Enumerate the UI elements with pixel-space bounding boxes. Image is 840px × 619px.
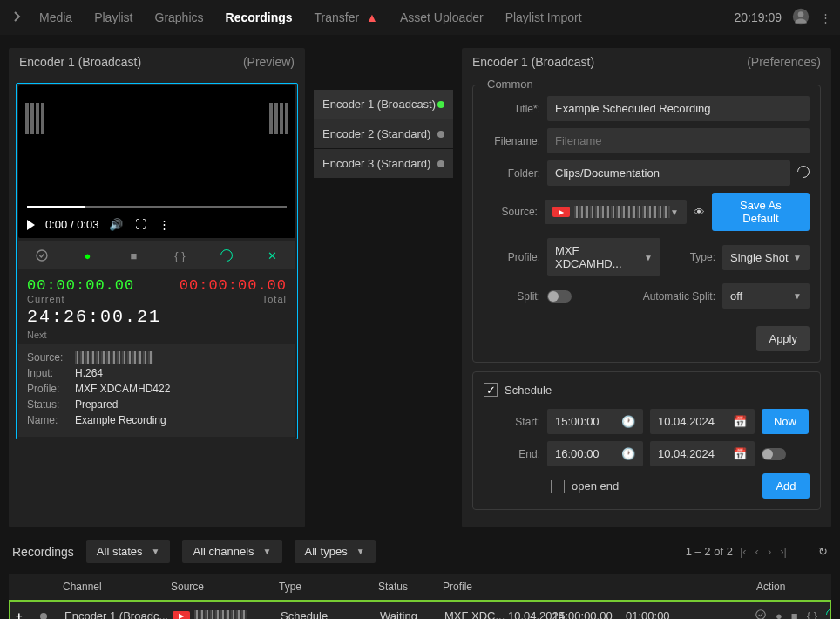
cell-status: Waiting bbox=[380, 609, 441, 619]
title-label: Title*: bbox=[484, 103, 540, 115]
tc-out: 00:00:00.00 bbox=[180, 277, 287, 294]
cell-source: ▶ bbox=[173, 610, 277, 620]
info-profile-label: Profile: bbox=[27, 383, 75, 395]
eye-icon[interactable]: 👁 bbox=[694, 206, 705, 219]
video-progress[interactable] bbox=[27, 206, 287, 208]
profile-dropdown[interactable]: MXF XDCAMHD...▼ bbox=[547, 238, 660, 276]
stop-icon[interactable]: ■ bbox=[111, 241, 157, 269]
svg-point-2 bbox=[37, 250, 47, 261]
restore-icon[interactable] bbox=[797, 166, 810, 180]
record-icon[interactable]: ● bbox=[776, 609, 782, 619]
filename-input[interactable] bbox=[547, 128, 810, 153]
add-button[interactable]: Add bbox=[762, 473, 810, 499]
tab-asset-uploader[interactable]: Asset Uploader bbox=[400, 3, 484, 31]
pager-next-icon[interactable]: › bbox=[766, 543, 773, 560]
pager-prev-icon[interactable]: ‹ bbox=[754, 543, 761, 560]
info-status-value: Prepared bbox=[75, 398, 118, 411]
split-label: Split: bbox=[484, 290, 540, 303]
video-player[interactable]: 0:00 / 0:03 🔊 ⛶ ⋮ bbox=[18, 85, 295, 238]
clock: 20:19:09 bbox=[735, 10, 782, 24]
openend-checkbox[interactable] bbox=[551, 480, 565, 493]
menu-dots-icon[interactable]: ⋮ bbox=[820, 11, 831, 24]
filter-channels[interactable]: All channels▼ bbox=[182, 540, 281, 563]
preferences-panel: Encoder 1 (Broadcast) (Preferences) Comm… bbox=[462, 48, 831, 527]
cell-channel: Encoder 1 (Broadc... bbox=[64, 609, 169, 619]
split-toggle[interactable] bbox=[547, 290, 572, 303]
record-icon[interactable]: ● bbox=[64, 241, 111, 269]
info-status-label: Status: bbox=[27, 398, 75, 411]
preview-panel: Encoder 1 (Broadcast) (Preview) 0:00 / 0… bbox=[9, 48, 305, 527]
table-row[interactable]: + Encoder 1 (Broadc... ▶ Schedule Waitin… bbox=[9, 600, 831, 619]
calendar-icon: 📅 bbox=[733, 415, 747, 428]
tab-media[interactable]: Media bbox=[39, 3, 72, 31]
type-dropdown[interactable]: Single Shot▼ bbox=[722, 245, 810, 270]
encoder-item-3[interactable]: Encoder 3 (Standard) bbox=[314, 149, 453, 178]
pager-first-icon[interactable]: |‹ bbox=[738, 543, 749, 560]
clock-icon: 🕐 bbox=[621, 415, 635, 428]
status-dot-icon bbox=[40, 613, 47, 620]
schedule-checkbox[interactable] bbox=[484, 383, 498, 397]
check-icon[interactable] bbox=[18, 241, 64, 269]
encoder-item-2[interactable]: Encoder 2 (Standard) bbox=[314, 119, 453, 148]
apply-button[interactable]: Apply bbox=[756, 326, 810, 351]
start-date-input[interactable]: 10.04.2024📅 bbox=[650, 409, 755, 434]
restart-icon[interactable] bbox=[826, 609, 831, 619]
alert-icon: ▲ bbox=[366, 10, 378, 24]
tab-recordings[interactable]: Recordings bbox=[226, 3, 293, 31]
schedule-legend: Schedule bbox=[505, 384, 552, 397]
volume-icon[interactable]: 🔊 bbox=[109, 218, 123, 231]
svg-point-3 bbox=[756, 610, 766, 619]
restart-icon[interactable] bbox=[203, 241, 249, 269]
status-dot-icon bbox=[437, 160, 444, 167]
filter-states[interactable]: All states▼ bbox=[86, 540, 171, 563]
tab-transfer[interactable]: Transfer ▲ bbox=[315, 3, 378, 31]
info-source-value bbox=[75, 351, 153, 364]
check-icon[interactable] bbox=[755, 609, 767, 619]
user-icon[interactable] bbox=[792, 8, 810, 28]
tc-current: 24:26:00.21 bbox=[27, 307, 287, 327]
close-icon[interactable]: ✕ bbox=[249, 241, 295, 269]
filter-types[interactable]: All types▼ bbox=[295, 540, 376, 563]
fullscreen-icon[interactable]: ⛶ bbox=[135, 218, 146, 231]
start-time-input[interactable]: 15:00:00🕐 bbox=[547, 409, 643, 434]
title-input[interactable] bbox=[547, 96, 810, 121]
save-default-button[interactable]: Save As Default bbox=[712, 193, 810, 231]
preview-title: Encoder 1 (Broadcast) bbox=[19, 55, 141, 69]
braces-icon[interactable]: { } bbox=[807, 609, 817, 619]
folder-input[interactable] bbox=[547, 160, 790, 186]
recordings-title: Recordings bbox=[12, 545, 74, 559]
svg-point-1 bbox=[798, 11, 804, 17]
end-time-input[interactable]: 16:00:00🕐 bbox=[547, 441, 643, 466]
tab-playlist[interactable]: Playlist bbox=[94, 3, 132, 31]
prefs-sub: (Preferences) bbox=[747, 55, 821, 69]
source-dropdown[interactable]: ▶▼ bbox=[545, 200, 687, 224]
table-header: Channel Source Type Status Profile Actio… bbox=[9, 574, 831, 600]
tab-graphics[interactable]: Graphics bbox=[155, 3, 204, 31]
tc-in-label: Current bbox=[27, 294, 65, 304]
info-input-label: Input: bbox=[27, 367, 75, 379]
end-toggle[interactable] bbox=[762, 448, 786, 460]
start-label: Start: bbox=[484, 416, 540, 428]
profile-label: Profile: bbox=[484, 251, 540, 263]
now-button[interactable]: Now bbox=[762, 409, 809, 434]
end-date-input[interactable]: 10.04.2024📅 bbox=[650, 441, 755, 466]
expand-icon[interactable]: + bbox=[16, 609, 37, 619]
play-icon[interactable] bbox=[27, 220, 35, 230]
refresh-icon[interactable]: ↻ bbox=[818, 545, 828, 558]
braces-icon[interactable]: { } bbox=[157, 241, 203, 269]
stop-icon[interactable]: ■ bbox=[791, 609, 798, 619]
cell-start: 15:00:00.00 bbox=[552, 609, 622, 619]
encoder-item-1[interactable]: Encoder 1 (Broadcast) bbox=[314, 90, 453, 119]
info-input-value: H.264 bbox=[75, 367, 103, 379]
pager-last-icon[interactable]: ›| bbox=[778, 543, 789, 560]
autosplit-dropdown[interactable]: off▼ bbox=[722, 283, 810, 309]
video-time: 0:00 / 0:03 bbox=[45, 218, 98, 231]
col-type: Type bbox=[279, 581, 375, 593]
tab-playlist-import[interactable]: Playlist Import bbox=[505, 3, 582, 31]
cell-profile: MXF XDC... bbox=[444, 609, 505, 619]
col-status: Status bbox=[378, 581, 439, 593]
nav-toggle-icon[interactable] bbox=[9, 8, 26, 28]
video-menu-icon[interactable]: ⋮ bbox=[159, 218, 170, 231]
col-profile: Profile bbox=[443, 581, 547, 593]
tc-next-label: Next bbox=[27, 330, 287, 340]
